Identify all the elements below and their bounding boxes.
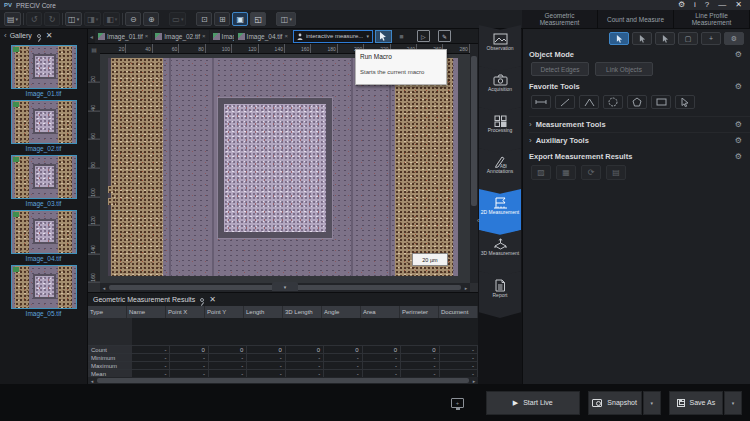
toolbar-button[interactable]: ▾ <box>62 13 63 25</box>
object-mode-button[interactable]: Detect Edges <box>531 62 589 76</box>
toolbar-button[interactable]: ▾ <box>188 12 194 26</box>
collapse-gallery-icon[interactable]: ‹ <box>4 31 7 40</box>
toolbar-button[interactable]: ⊡ ▾ <box>196 12 212 26</box>
edit-macro-button[interactable]: ✎ <box>438 30 451 42</box>
stop-macro-button[interactable]: ■ <box>394 30 409 43</box>
results-scrollbar[interactable]: ◂ ▸ <box>88 377 478 384</box>
select-cursor-button[interactable] <box>375 30 392 43</box>
run-macro-button[interactable]: ▷ <box>417 30 430 42</box>
start-live-button[interactable]: ▶ Start Live <box>486 391 580 415</box>
toolbar-button[interactable]: ▾ <box>23 13 24 25</box>
copy-image-button[interactable]: ▨ <box>531 165 551 180</box>
nav-item-processing[interactable]: Processing <box>479 107 521 154</box>
gallery-item[interactable]: Image_03.tif <box>11 155 77 207</box>
gear-icon[interactable]: ⚙ <box>735 120 742 129</box>
nav-item-acquisition[interactable]: Acquisition <box>479 66 521 113</box>
toolbar-button[interactable]: ▭ ▾ <box>169 12 186 26</box>
gear-icon[interactable]: ⚙ <box>735 50 742 59</box>
window-control-icon[interactable]: ? <box>705 1 709 9</box>
column-header[interactable]: Area <box>361 306 400 318</box>
window-control-icon[interactable]: ✕ <box>735 1 742 9</box>
save-as-button[interactable]: Save As <box>669 391 723 415</box>
tab-close-icon[interactable]: × <box>202 33 206 39</box>
column-header[interactable]: 3D Length <box>283 306 322 318</box>
thumbnail-image[interactable] <box>11 155 77 199</box>
column-header[interactable]: Document <box>439 306 478 318</box>
column-header[interactable]: Point X <box>166 306 205 318</box>
external-display-icon[interactable]: + <box>451 398 464 408</box>
measure-options-tool[interactable]: ⚙ <box>724 32 744 45</box>
toolbar-button[interactable]: ◨ ▾ <box>84 12 101 26</box>
line-tool[interactable] <box>531 95 551 109</box>
scroll-left-icon[interactable]: ◂ <box>100 285 108 291</box>
nav-item-annotations[interactable]: ABC Annotations <box>479 148 521 195</box>
angle-tool[interactable] <box>579 95 599 109</box>
gallery-item[interactable]: Image_05.tif <box>11 265 77 317</box>
select-pointer-tool[interactable] <box>609 32 629 45</box>
measurement-tab[interactable]: Count and Measure <box>598 10 674 28</box>
auxiliary-tools-section[interactable]: › Auxiliary Tools ⚙ <box>529 132 750 148</box>
ruler-settings-icon[interactable]: ▤ <box>88 44 100 54</box>
toolbar-button[interactable]: ◫ ▾ <box>65 12 82 26</box>
image-canvas[interactable]: 20 µm <box>100 54 470 283</box>
column-header[interactable]: Angle <box>322 306 361 318</box>
rotate-object-tool[interactable] <box>632 32 652 45</box>
export-file-button[interactable]: ▤ <box>606 165 626 180</box>
toolbar-button[interactable]: ↺ ▾ <box>26 12 42 26</box>
column-header[interactable]: Type <box>88 306 127 318</box>
vertical-scrollbar[interactable] <box>470 44 478 283</box>
toolbar-button[interactable]: ◱ ▾ <box>250 12 266 26</box>
gallery-item[interactable]: Image_01.tif <box>11 45 77 97</box>
toolbar-button[interactable]: ↻ ▾ <box>44 12 60 26</box>
nav-item-3d-measurement[interactable]: 3D Measurement <box>479 230 521 277</box>
collapse-panel-arrow[interactable]: ‹ <box>477 217 479 224</box>
circle-3point-tool[interactable] <box>603 95 623 109</box>
toolbar-button[interactable]: ⊖ ▾ <box>125 12 141 26</box>
save-as-options-button[interactable]: ▾ <box>724 391 742 415</box>
gear-icon[interactable]: ⚙ <box>735 136 742 145</box>
polygon-tool[interactable] <box>627 95 647 109</box>
toolbar-button[interactable]: ⊞ ▾ <box>214 12 230 26</box>
tab-close-icon[interactable]: × <box>145 33 149 39</box>
pin-icon[interactable] <box>200 298 204 302</box>
nav-item-2d-measurement[interactable]: 2D Measurement <box>479 189 521 236</box>
close-icon[interactable]: ✕ <box>46 31 53 40</box>
select-rectangle-tool[interactable]: ▢ <box>678 32 698 45</box>
measurement-tools-section[interactable]: › Measurement Tools ⚙ <box>529 116 750 132</box>
toolbar-button[interactable]: ▾ <box>122 13 123 25</box>
interactive-measure-dropdown[interactable]: interactive measure... ▾ <box>293 30 373 43</box>
scrollbar-thumb[interactable] <box>97 378 469 383</box>
column-header[interactable]: Length <box>244 306 283 318</box>
thumbnail-image[interactable] <box>11 265 77 309</box>
window-control-icon[interactable]: — <box>718 1 726 9</box>
crosshair-tool[interactable]: + <box>701 32 721 45</box>
document-tab[interactable]: Image_01.tif × <box>95 30 151 43</box>
document-tab[interactable]: Image_03.tif × <box>210 30 234 43</box>
toolbar-button[interactable]: ⊕ ▾ <box>143 12 159 26</box>
toolbar-button[interactable]: ▤ ▾ <box>4 12 21 26</box>
thumbnail-image[interactable] <box>11 45 77 89</box>
collapse-results-button[interactable]: ▾ <box>272 282 298 291</box>
thumbnail-image[interactable] <box>11 100 77 144</box>
edit-points-tool[interactable] <box>655 32 675 45</box>
pin-icon[interactable] <box>37 34 41 38</box>
tab-close-icon[interactable]: × <box>284 33 288 39</box>
export-csv-button[interactable]: ⟳ <box>581 165 601 180</box>
object-mode-button[interactable]: Link Objects <box>595 62 653 76</box>
toolbar-button[interactable]: ▾ <box>161 12 167 26</box>
column-header[interactable]: Perimeter <box>400 306 439 318</box>
gallery-item[interactable]: Image_02.tif <box>11 100 77 152</box>
scroll-right-icon[interactable]: ▸ <box>462 285 470 291</box>
gallery-item[interactable]: Image_04.tif <box>11 210 77 262</box>
snapshot-options-button[interactable]: ▾ <box>643 391 661 415</box>
scroll-right-icon[interactable]: ▸ <box>470 378 478 384</box>
nav-item-observation[interactable]: Observation <box>479 25 521 72</box>
gear-icon[interactable]: ⚙ <box>735 152 742 161</box>
scrollbar-thumb[interactable] <box>471 56 477 206</box>
microscopy-image[interactable]: 20 µm <box>108 58 458 276</box>
scroll-left-icon[interactable]: ◂ <box>88 378 96 384</box>
window-control-icon[interactable]: i <box>694 1 696 9</box>
column-header[interactable]: Name <box>127 306 166 318</box>
measurement-tab[interactable]: Line Profile Measurement <box>674 10 750 28</box>
toolbar-button[interactable]: ◧ ▾ <box>103 12 120 26</box>
